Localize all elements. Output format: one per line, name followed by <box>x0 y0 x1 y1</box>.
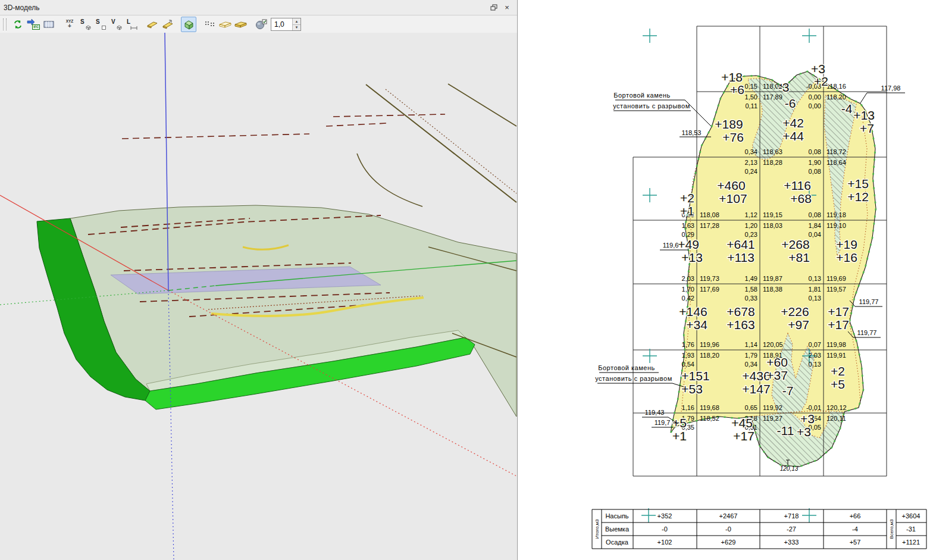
svg-text:119,96: 119,96 <box>700 341 719 348</box>
svg-text:119,87: 119,87 <box>763 275 782 282</box>
xyz-point-button[interactable]: XYZ+ <box>62 17 77 32</box>
toolbar-drag-handle[interactable] <box>3 18 7 30</box>
svg-text:118,28: 118,28 <box>763 159 782 166</box>
svg-text:119,91: 119,91 <box>826 352 846 359</box>
svg-text:Бортовой камень: Бортовой камень <box>598 364 655 371</box>
svg-text:1,84: 1,84 <box>809 222 821 229</box>
svg-text:+641: +641 <box>727 237 754 251</box>
svg-text:+678: +678 <box>727 305 754 318</box>
svg-text:-3: -3 <box>778 80 790 94</box>
points-button[interactable] <box>202 17 217 32</box>
svg-text:0,24: 0,24 <box>745 168 757 175</box>
area-s-plan-button[interactable]: S <box>93 17 108 32</box>
svg-text:+15: +15 <box>847 177 869 190</box>
svg-text:118,20: 118,20 <box>826 93 846 101</box>
svg-text:118,72: 118,72 <box>826 148 846 155</box>
sphere-quality-button[interactable] <box>253 17 269 32</box>
svg-text:0,15: 0,15 <box>745 83 757 90</box>
slope-wedge-direction-button[interactable] <box>160 17 176 32</box>
svg-text:-6: -6 <box>785 96 796 110</box>
svg-text:Выемка: Выемка <box>605 525 630 533</box>
cartogram-drawing: 0,15118,04 1,50117,89 0,11 -0,03118,16 0… <box>518 0 933 560</box>
svg-text:119,77: 119,77 <box>859 298 879 305</box>
spin-up-button[interactable]: ▲ <box>293 18 300 25</box>
video-button[interactable] <box>41 17 57 32</box>
cartogram-panel[interactable]: 0,15118,04 1,50117,89 0,11 -0,03118,16 0… <box>518 0 933 560</box>
svg-text:-11: -11 <box>777 424 794 437</box>
ifc-export-button[interactable]: IFC <box>26 17 41 32</box>
area-s-3d-button[interactable]: S <box>77 17 93 32</box>
slope-wedge-direction-icon <box>162 19 174 30</box>
svg-text:118,63: 118,63 <box>763 148 782 155</box>
svg-text:0,04: 0,04 <box>809 231 821 238</box>
svg-text:1,49: 1,49 <box>745 275 757 282</box>
svg-text:1,76: 1,76 <box>682 341 694 348</box>
prism-wire-button[interactable] <box>217 17 233 32</box>
svg-text:2,03: 2,03 <box>682 275 694 282</box>
svg-text:+113: +113 <box>727 251 754 264</box>
svg-text:1,79: 1,79 <box>745 352 757 359</box>
scale-input[interactable] <box>271 18 292 30</box>
svg-text:+66: +66 <box>850 512 861 520</box>
3d-scene <box>0 33 517 560</box>
svg-text:0,13: 0,13 <box>809 361 821 368</box>
square-icon <box>101 25 107 30</box>
scale-spinner: ▲ ▼ <box>271 18 301 31</box>
svg-text:120,13: 120,13 <box>780 465 799 472</box>
spin-down-button[interactable]: ▼ <box>293 25 300 31</box>
svg-text:+147: +147 <box>742 382 770 396</box>
svg-text:-0: -0 <box>725 525 731 533</box>
svg-text:0,34: 0,34 <box>745 148 757 155</box>
sphere-quality-icon <box>255 19 267 30</box>
cut-fill-solids-button[interactable] <box>181 17 196 32</box>
svg-text:119,7: 119,7 <box>655 419 671 426</box>
svg-text:119,73: 119,73 <box>700 275 719 282</box>
svg-text:119,77: 119,77 <box>857 329 877 336</box>
svg-text:0,08: 0,08 <box>809 148 821 155</box>
close-window-button[interactable]: × <box>500 2 514 13</box>
svg-text:120,12: 120,12 <box>826 404 847 411</box>
svg-text:+3: +3 <box>800 412 815 426</box>
svg-text:1,70: 1,70 <box>682 286 694 293</box>
svg-text:+37: +37 <box>766 368 788 382</box>
svg-text:+460: +460 <box>717 179 745 192</box>
float-window-button[interactable] <box>487 2 500 13</box>
cut-fill-cube-icon <box>184 20 194 30</box>
svg-text:+3604: +3604 <box>902 512 921 520</box>
svg-text:+3: +3 <box>811 62 825 76</box>
svg-text:118,53: 118,53 <box>682 129 702 136</box>
svg-text:+2467: +2467 <box>719 512 738 520</box>
refresh-button[interactable] <box>10 17 26 32</box>
svg-text:0,33: 0,33 <box>745 295 757 302</box>
svg-text:118,03: 118,03 <box>763 222 782 229</box>
svg-text:+163: +163 <box>727 318 754 331</box>
svg-text:117,69: 117,69 <box>700 286 719 293</box>
svg-text:+49: +49 <box>678 237 699 251</box>
dimension-icon <box>130 26 137 30</box>
svg-text:-4: -4 <box>841 102 853 115</box>
svg-text:установить с разрывом: установить с разрывом <box>595 375 672 382</box>
slope-wedge-button[interactable] <box>145 17 160 32</box>
svg-text:0,13: 0,13 <box>809 275 821 282</box>
prism-solid-button[interactable] <box>233 17 248 32</box>
svg-text:0,54: 0,54 <box>682 361 694 368</box>
svg-text:Всего,м3: Всего,м3 <box>889 519 894 539</box>
node: 1,16119,68 1,79118,52 0,35 <box>682 404 719 431</box>
svg-text:+718: +718 <box>784 512 799 520</box>
svg-text:+57: +57 <box>850 539 861 546</box>
svg-text:+12: +12 <box>847 190 869 204</box>
svg-text:Насыпь: Насыпь <box>605 512 628 520</box>
svg-text:+42: +42 <box>782 116 804 130</box>
svg-text:-31: -31 <box>906 525 916 533</box>
volume-v-button[interactable]: V <box>108 17 124 32</box>
svg-text:2,13: 2,13 <box>745 159 757 166</box>
3d-viewport[interactable] <box>0 33 517 560</box>
length-l-button[interactable]: L <box>124 17 139 32</box>
svg-text:-7: -7 <box>782 384 794 398</box>
curb-note-top: Бортовой камень установить с разрывом <box>613 92 690 110</box>
svg-text:+146: +146 <box>679 305 707 318</box>
svg-text:1,14: 1,14 <box>745 341 757 348</box>
prism-wire-icon <box>219 20 231 29</box>
svg-text:+107: +107 <box>719 192 747 205</box>
svg-text:0,07: 0,07 <box>809 341 821 348</box>
